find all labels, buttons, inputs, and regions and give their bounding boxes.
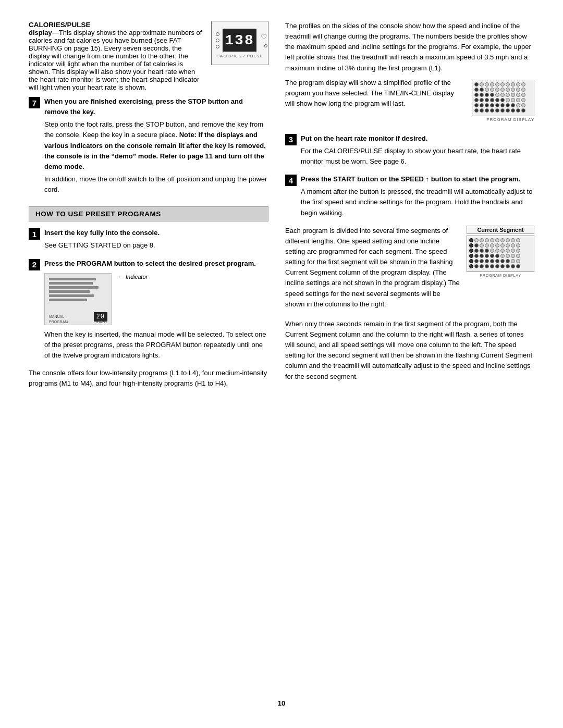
- pgrid-dot: [500, 88, 505, 92]
- current-segment-block: Each program is divided into several tim…: [285, 226, 534, 314]
- pgrid-dot: [485, 82, 489, 87]
- manual-label: MANUAL: [49, 315, 64, 318]
- pgrid-dot: [521, 98, 525, 102]
- pgrid-dot: [516, 88, 520, 92]
- sgrid-dot: [480, 249, 484, 253]
- pgrid-dot: [490, 82, 494, 87]
- pgrid-dot: [485, 98, 489, 102]
- sgrid-dot: [485, 243, 489, 248]
- sgrid-dot: [516, 238, 520, 242]
- segment-grid-sublabel: PROGRAM DISPLAY: [467, 273, 534, 278]
- step-7-para1: Step onto the foot rails, press the STOP…: [44, 119, 268, 172]
- step-7-title: When you are finished exercising, press …: [44, 97, 243, 116]
- step-1-para: See GETTING STARTED on page 8.: [44, 240, 268, 251]
- sgrid-dot: [516, 254, 520, 258]
- step-2-content: Press the PROGRAM button to select the d…: [44, 258, 268, 363]
- pgrid-dot: [474, 103, 479, 107]
- step-3-para: For the CALORIES/PULSE display to show y…: [301, 146, 534, 167]
- pgrid-row-3: [474, 93, 532, 97]
- sgrid-row-2: [469, 243, 532, 248]
- sgrid-dot: [474, 238, 479, 242]
- pgrid-dot: [500, 93, 505, 97]
- fat-dot: [264, 44, 267, 47]
- pgrid-dot: [511, 82, 515, 87]
- pgrid-dot: [495, 98, 499, 102]
- sgrid-dot: [490, 254, 494, 258]
- dot-3: [216, 45, 219, 48]
- pgrid-dot: [474, 82, 479, 87]
- current-segment-label: Current Segment: [467, 226, 534, 234]
- console-line-5: [49, 294, 94, 297]
- sgrid-dot: [474, 264, 479, 268]
- console-line-4: [49, 290, 90, 293]
- calories-display-word: display—This display shows the approxima…: [29, 29, 202, 91]
- sgrid-dot: [480, 264, 484, 268]
- sgrid-dot: [474, 249, 479, 253]
- pgrid-row-6: [474, 108, 532, 113]
- pgrid-dot: [495, 93, 499, 97]
- step-3-title: Put on the heart rate monitor if desired…: [301, 134, 427, 142]
- indicator-label: Indicator: [126, 274, 148, 280]
- sgrid-row-1: [469, 238, 532, 242]
- pgrid-dot: [516, 98, 520, 102]
- profiles-para: The profiles on the sides of the console…: [285, 21, 534, 73]
- sgrid-dot: [469, 254, 473, 258]
- step-7-content: When you are finished exercising, press …: [44, 96, 268, 197]
- step-4-content: Press the START button or the SPEED ↑ bu…: [301, 174, 534, 220]
- pgrid-dot: [495, 108, 499, 113]
- pgrid-dot: [511, 103, 515, 107]
- calories-pulse-section: CALORIES/PULSE display—This display show…: [29, 21, 268, 91]
- pgrid-dot: [495, 103, 499, 107]
- sgrid-dot: [480, 238, 484, 242]
- pgrid-dot: [506, 93, 510, 97]
- step-2-para1: When the key is inserted, the manual mod…: [44, 329, 268, 361]
- pgrid-dot: [516, 103, 520, 107]
- sgrid-dot: [485, 264, 489, 268]
- sgrid-dot: [506, 238, 510, 242]
- pgrid-dot: [485, 93, 489, 97]
- program-btn-label: PROGRAM: [49, 320, 68, 324]
- sgrid-dot: [485, 259, 489, 263]
- sgrid-dot: [500, 243, 505, 248]
- sgrid-dot: [490, 264, 494, 268]
- console-line-1: [49, 278, 96, 280]
- right-column: The profiles on the sides of the console…: [285, 21, 534, 689]
- sgrid-dot: [495, 254, 499, 258]
- step-1-number: 1: [29, 228, 40, 240]
- calories-display-box: 138 ♡ CALORIES / PULSE: [211, 21, 268, 65]
- console-image: MANUAL 20 PROGRAM START: [44, 273, 112, 325]
- step-4-block: 4 Press the START button or the SPEED ↑ …: [285, 174, 534, 220]
- pgrid-dot: [500, 82, 505, 87]
- step-7-para2: In addition, move the on/off switch to t…: [44, 174, 268, 195]
- sgrid-row-4: [469, 254, 532, 258]
- segment-para1: Each program is divided into several tim…: [285, 226, 460, 310]
- pgrid-dot: [506, 103, 510, 107]
- step-7-number: 7: [29, 97, 40, 108]
- segment-grid-wrap: Current Segment: [467, 226, 534, 278]
- sgrid-dot: [506, 254, 510, 258]
- sgrid-row-5: [469, 259, 532, 263]
- page: CALORIES/PULSE display—This display show…: [0, 0, 563, 728]
- sgrid-dot: [511, 243, 515, 248]
- sgrid-dot: [474, 243, 479, 248]
- step-1-content: Insert the key fully into the console. S…: [44, 228, 268, 253]
- sgrid-dot: [469, 238, 473, 242]
- calories-box-label: CALORIES / PULSE: [216, 54, 263, 58]
- sgrid-dot: [516, 264, 520, 268]
- pgrid-dot: [506, 88, 510, 92]
- sgrid-dot: [485, 249, 489, 253]
- sgrid-dot: [511, 249, 515, 253]
- pgrid-dot: [480, 93, 484, 97]
- calories-dots: [216, 32, 219, 48]
- preset-programs-banner: HOW TO USE PRESET PROGRAMS: [29, 206, 268, 221]
- sgrid-dot: [495, 243, 499, 248]
- program-display-grid-block: PROGRAM DISPLAY: [472, 80, 534, 122]
- sgrid-dot: [480, 254, 484, 258]
- pgrid-dot: [480, 98, 484, 102]
- pgrid-dot: [480, 82, 484, 87]
- sgrid-dot: [490, 243, 494, 248]
- pgrid-row-2: [474, 88, 532, 92]
- segment-para2: When only three seconds remain in the fi…: [285, 319, 534, 382]
- sgrid-dot: [480, 259, 484, 263]
- sgrid-dot: [516, 243, 520, 248]
